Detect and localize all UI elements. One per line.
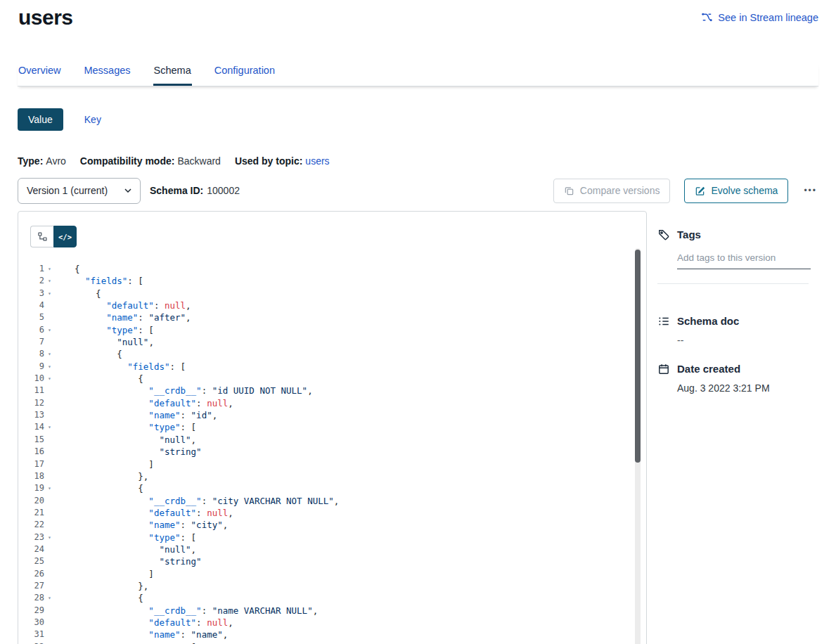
evolve-schema-icon [695, 186, 705, 196]
code-line: 14▾ "type": [ [18, 421, 631, 433]
line-number: 18 [18, 470, 44, 482]
add-tags-input[interactable] [677, 252, 811, 269]
schema-meta: Type:Avro Compatibility mode:Backward Us… [18, 155, 330, 167]
code-line: 16 "string" [18, 446, 631, 458]
fold-arrow-icon[interactable]: ▾ [44, 348, 55, 360]
view-toggle-group: </> [30, 226, 77, 247]
code-line: 25 "string" [18, 555, 631, 567]
topic-field: Used by topic:users [235, 155, 330, 167]
line-number: 17 [18, 458, 44, 470]
code-line: 2▾ "fields": [ [18, 275, 631, 287]
line-number: 25 [18, 555, 44, 567]
fold-arrow-icon[interactable]: ▾ [44, 532, 55, 543]
tag-icon [657, 228, 670, 241]
value-key-toggle: Value Key [18, 108, 101, 131]
date-created-value: Aug. 3 2022 3:21 PM [677, 382, 818, 394]
fold-arrow-icon[interactable]: ▾ [44, 592, 55, 604]
code-line: 11 "__crdb__": "id UUID NOT NULL", [18, 385, 631, 397]
fold-arrow-icon[interactable]: ▾ [44, 288, 55, 300]
code-line: 21 "default": null, [18, 507, 631, 519]
line-number: 12 [18, 397, 44, 409]
schema-sidebar: Tags Schema doc -- Dat [657, 211, 818, 394]
line-number: 24 [18, 543, 44, 555]
code-line: 12 "default": null, [18, 397, 631, 409]
schema-page: users See in Stream lineage Overview Mes… [0, 0, 836, 644]
code-line: 31 "name": "name", [18, 629, 631, 640]
schema-doc-title: Schema doc [677, 315, 739, 328]
code-line: 3▾ { [18, 288, 631, 300]
schema-doc-header: Schema doc [657, 315, 818, 328]
code-line: 18 }, [18, 470, 631, 482]
evolve-schema-button[interactable]: Evolve schema [684, 179, 788, 203]
code-line: 15 "null", [18, 434, 631, 446]
fold-arrow-icon[interactable]: ▾ [44, 361, 55, 373]
tab-configuration[interactable]: Configuration [214, 63, 276, 86]
line-number: 8 [18, 348, 44, 360]
line-number: 2 [18, 275, 44, 287]
line-number: 29 [18, 605, 44, 617]
line-number: 30 [18, 617, 44, 629]
line-number: 11 [18, 385, 44, 397]
compare-versions-icon [564, 186, 574, 196]
fold-arrow-icon[interactable]: ▾ [44, 275, 55, 287]
fold-arrow-icon[interactable]: ▾ [44, 263, 55, 275]
fold-arrow-icon[interactable]: ▾ [44, 373, 55, 385]
stream-lineage-label: See in Stream lineage [718, 12, 818, 23]
version-select[interactable]: Version 1 (current) [18, 178, 141, 204]
more-options-button[interactable]: ••• [802, 183, 818, 198]
code-line: 4 "default": null, [18, 300, 631, 311]
code-line: 29 "__crdb__": "name VARCHAR NULL", [18, 605, 631, 617]
page-title: users [18, 6, 73, 30]
topic-link[interactable]: users [305, 155, 329, 167]
line-number: 31 [18, 629, 44, 640]
line-number: 3 [18, 288, 44, 300]
line-number: 21 [18, 507, 44, 519]
code-line: 5 "name": "after", [18, 311, 631, 323]
fold-arrow-icon[interactable]: ▾ [44, 482, 55, 494]
fold-arrow-icon[interactable]: ▾ [44, 421, 55, 433]
key-toggle-button[interactable]: Key [84, 114, 101, 125]
compare-versions-label: Compare versions [580, 185, 660, 196]
code-line: 32▾ "type": [ [18, 641, 631, 644]
schema-id-value: 100002 [207, 185, 240, 196]
line-number: 7 [18, 336, 44, 348]
line-number: 15 [18, 434, 44, 446]
stream-lineage-icon [701, 11, 713, 23]
line-number: 22 [18, 519, 44, 531]
code-scrollbar-thumb[interactable] [635, 250, 641, 463]
code-line: 22 "name": "city", [18, 519, 631, 531]
fold-arrow-icon[interactable]: ▾ [44, 324, 55, 336]
line-number: 5 [18, 311, 44, 323]
line-number: 20 [18, 495, 44, 507]
line-number: 27 [18, 580, 44, 592]
stream-lineage-link[interactable]: See in Stream lineage [701, 11, 818, 23]
tab-overview[interactable]: Overview [18, 63, 61, 86]
tab-schema[interactable]: Schema [153, 63, 192, 86]
compatibility-label: Compatibility mode: [80, 155, 175, 167]
tab-bar: Overview Messages Schema Configuration [18, 63, 818, 86]
tags-title: Tags [677, 228, 701, 241]
evolve-schema-label: Evolve schema [711, 185, 778, 196]
code-line: 30 "default": null, [18, 617, 631, 629]
line-number: 10 [18, 373, 44, 385]
value-toggle-button[interactable]: Value [18, 108, 63, 131]
code-line: 6▾ "type": [ [18, 324, 631, 336]
code-line: 9▾ "fields": [ [18, 361, 631, 373]
code-line: 1▾{ [18, 263, 631, 275]
schema-id-label: Schema ID: [150, 185, 203, 196]
sidebar-divider [657, 283, 809, 284]
fold-arrow-icon[interactable]: ▾ [44, 641, 55, 644]
code-line: 20 "__crdb__": "city VARCHAR NOT NULL", [18, 495, 631, 507]
version-bar: Version 1 (current) Schema ID:100002 Com… [18, 177, 818, 204]
line-number: 4 [18, 300, 44, 311]
tree-view-button[interactable] [30, 226, 53, 247]
code-view-button[interactable]: </> [53, 226, 77, 247]
compatibility-value: Backward [177, 155, 220, 167]
type-field: Type:Avro [18, 155, 66, 167]
topic-label: Used by topic: [235, 155, 302, 167]
tab-messages[interactable]: Messages [83, 63, 131, 86]
code-scrollbar-track[interactable] [635, 248, 641, 644]
compare-versions-button[interactable]: Compare versions [553, 179, 671, 203]
code-view-icon: </> [58, 233, 72, 241]
list-icon [657, 315, 670, 328]
